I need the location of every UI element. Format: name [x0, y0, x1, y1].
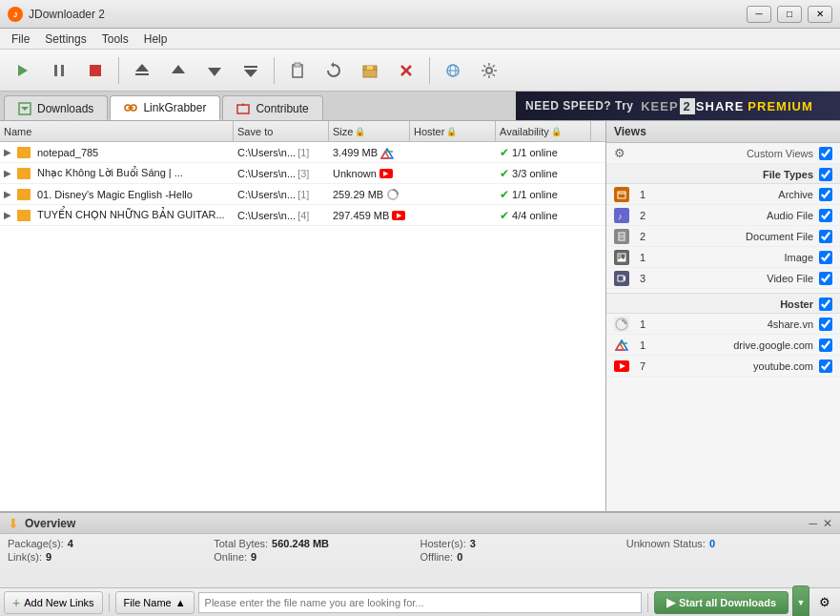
move-up-button[interactable] [161, 53, 195, 88]
audio-icon: ♪ [614, 208, 629, 223]
svg-marker-14 [331, 62, 334, 68]
file-types-checkbox[interactable] [819, 168, 832, 181]
tab-downloads-label: Downloads [37, 102, 93, 115]
overview-minus-btn[interactable]: ─ [809, 517, 817, 530]
tab-downloads[interactable]: Downloads [4, 95, 108, 120]
pause-button[interactable] [42, 53, 76, 88]
row4-name-text: TUYỂN CHỌN NHỮNG BẢN GUITAR... [37, 209, 225, 221]
row3-name: ▶ 01. Disney's Magic English -Hello [0, 184, 234, 205]
col-header-name: Name [0, 121, 234, 142]
refresh-button[interactable] [317, 53, 351, 88]
search-input[interactable] [198, 592, 642, 613]
delete-button[interactable] [389, 53, 423, 88]
row4-expand[interactable]: ▶ [4, 210, 11, 220]
document-icon [614, 229, 629, 244]
overview-online: Online: 9 [214, 551, 420, 563]
youtube-hoster-icon [614, 360, 629, 372]
main-area: Name Save to Size 🔒 Hoster 🔒 Availabilit… [0, 121, 840, 511]
start-downloads-button[interactable]: ▶ Start all Downloads [654, 591, 789, 614]
tab-contribute-label: Contribute [256, 102, 308, 115]
video-name: Video File [660, 273, 813, 284]
menu-help[interactable]: Help [136, 31, 175, 48]
custom-views-checkbox[interactable] [819, 147, 832, 160]
speedbar-premium: PREMIUM [748, 99, 812, 113]
svg-marker-25 [21, 107, 29, 111]
archive-checkbox[interactable] [819, 188, 832, 201]
row2-check-icon: ✔ [500, 167, 509, 180]
row3-size: 259.29 MB [329, 184, 410, 205]
image-name: Image [660, 252, 813, 263]
table-row[interactable]: ▶ Nhạc Không Lời Buổi Sáng | ... C:\User… [0, 163, 605, 184]
file-name-sort-button[interactable]: File Name ▲ [115, 591, 195, 614]
document-checkbox[interactable] [819, 230, 832, 243]
svg-rect-44 [618, 276, 624, 281]
start-icon: ▶ [666, 596, 675, 609]
archive-count: 1 [633, 189, 652, 200]
stop-button[interactable] [78, 53, 113, 88]
move-bottom-button[interactable] [234, 53, 268, 88]
add-new-links-button[interactable]: + Add New Links [4, 591, 103, 614]
youtube-checkbox[interactable] [819, 359, 832, 373]
4share-checkbox[interactable] [819, 318, 832, 331]
row4-hoster [410, 205, 496, 226]
bottombar-settings-button[interactable]: ⚙ [813, 585, 836, 617]
overview-close-btn[interactable]: ✕ [823, 517, 832, 530]
overview-links: Link(s): 9 [8, 551, 214, 563]
file-type-document: 2 Document File [606, 226, 840, 247]
gdrive-checkbox[interactable] [819, 339, 832, 352]
svg-marker-8 [172, 65, 185, 73]
gdrive-count: 1 [633, 339, 652, 351]
col-header-avail: Availability 🔒 [496, 121, 591, 142]
svg-marker-9 [208, 68, 221, 76]
table-row[interactable]: ▶ TUYỂN CHỌN NHỮNG BẢN GUITAR... C:\User… [0, 205, 605, 226]
row2-save: C:\Users\n... [3] [234, 163, 329, 184]
hoster-section-checkbox[interactable] [819, 298, 832, 311]
connect-button[interactable] [436, 53, 470, 88]
close-button[interactable]: ✕ [808, 6, 832, 23]
hoster-section-header: Hoster [606, 293, 840, 314]
tabbar-row: Downloads LinkGrabber Contribute NEED SP… [0, 92, 840, 121]
menu-settings[interactable]: Settings [37, 31, 93, 48]
video-count: 3 [633, 273, 652, 284]
overview-title: Overview [25, 517, 809, 530]
row2-avail: ✔ 3/3 online [496, 163, 591, 184]
video-checkbox[interactable] [819, 272, 832, 285]
image-checkbox[interactable] [819, 251, 832, 264]
hoster-label: Hoster [780, 298, 813, 310]
start-dl-dropdown[interactable]: ▼ [792, 585, 809, 617]
tab-contribute[interactable]: Contribute [222, 95, 322, 120]
table-row[interactable]: ▶ notepad_785 C:\Users\n... [1] 3.499 MB [0, 142, 605, 163]
tabbar: Downloads LinkGrabber Contribute [0, 92, 516, 120]
clipboard-button[interactable] [280, 53, 315, 88]
svg-marker-6 [135, 64, 149, 72]
sort-icon: ▲ [175, 597, 186, 608]
move-top-button[interactable] [125, 53, 159, 88]
tab-linkgrabber[interactable]: LinkGrabber [110, 95, 220, 120]
row2-expand[interactable]: ▶ [4, 168, 11, 178]
audio-checkbox[interactable] [819, 209, 832, 222]
menu-tools[interactable]: Tools [94, 31, 136, 48]
hoster-lock-icon: 🔒 [446, 127, 457, 136]
overview-offline: Offline: 0 [420, 551, 626, 563]
audio-count: 2 [633, 210, 652, 221]
play-button[interactable] [6, 53, 40, 88]
4share-count: 1 [633, 318, 652, 330]
bottom-sep-1 [109, 593, 110, 612]
4share-name: 4share.vn [660, 318, 813, 330]
row3-expand[interactable]: ▶ [4, 189, 11, 199]
gear-icon: ⚙ [614, 146, 625, 160]
file-type-image: 1 Image [606, 247, 840, 268]
menu-file[interactable]: File [4, 31, 37, 48]
svg-rect-7 [135, 73, 149, 75]
packages-label: Package(s): [8, 538, 64, 549]
table-row[interactable]: ▶ 01. Disney's Magic English -Hello C:\U… [0, 184, 605, 205]
package-button[interactable] [353, 53, 387, 88]
filelist-panel: Name Save to Size 🔒 Hoster 🔒 Availabilit… [0, 121, 606, 511]
overview-unknown: Unknown Status: 0 [626, 538, 832, 549]
speedbar[interactable]: NEED SPEED? Try KEEP 2 SHARE PREMIUM [516, 92, 840, 120]
move-down-button[interactable] [197, 53, 232, 88]
maximize-button[interactable]: □ [777, 6, 802, 23]
settings-toolbar-button[interactable] [472, 53, 506, 88]
minimize-button[interactable]: ─ [747, 6, 771, 23]
row1-expand[interactable]: ▶ [4, 147, 11, 157]
